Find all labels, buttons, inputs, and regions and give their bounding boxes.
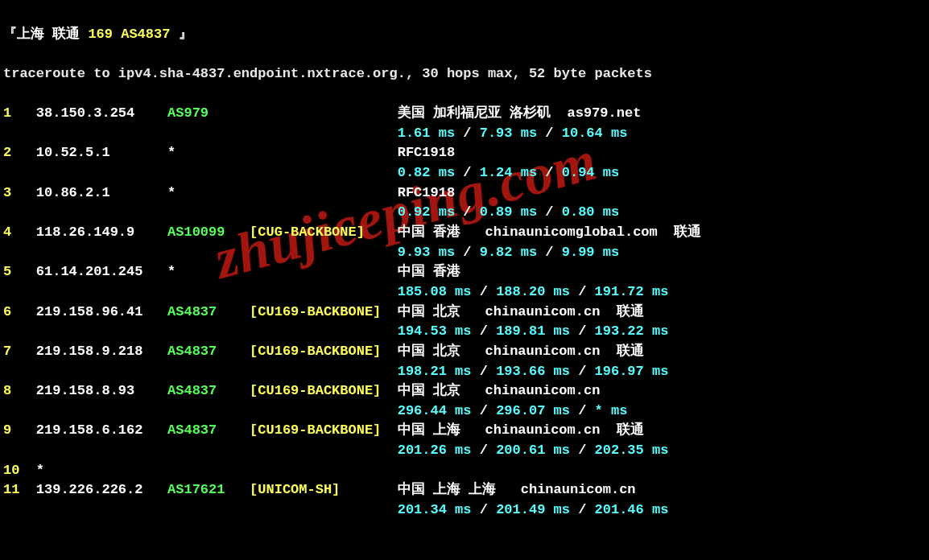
latency-3: 9.99 ms	[562, 245, 619, 260]
latency-3: 193.22 ms	[595, 323, 669, 339]
hops-container: 1 38.150.3.254 AS979 美国 加利福尼亚 洛杉矶 as979.…	[3, 104, 926, 520]
bracket-close: 』	[179, 27, 192, 42]
hop-location: 中国 北京 chinaunicom.cn 联通	[398, 344, 644, 359]
hop-location: 中国 香港	[398, 264, 460, 279]
intro-line: traceroute to ipv4.sha-4837.endpoint.nxt…	[3, 64, 926, 84]
latency-3: 191.72 ms	[595, 284, 669, 299]
hop-ip: 219.158.96.41	[36, 304, 167, 319]
hop-number: 5	[3, 264, 36, 279]
latency-sep: /	[570, 323, 595, 339]
latency-sep: /	[472, 284, 497, 299]
latency-2: 0.89 ms	[480, 204, 537, 220]
hop-line: 9 219.158.6.162 AS4837 [CU169-BACKBONE] …	[3, 421, 926, 441]
hop-number: 1	[3, 105, 36, 121]
latency-sep: /	[570, 284, 595, 299]
hop-ip: 219.158.6.162	[36, 422, 167, 438]
latency-sep: /	[455, 204, 480, 220]
latency-3: 202.35 ms	[595, 443, 669, 458]
latency-1: 0.92 ms	[398, 204, 455, 220]
hop-ip: 10.52.5.1	[36, 145, 167, 160]
hop-asn: *	[167, 185, 250, 200]
latency-2: 9.82 ms	[480, 245, 537, 260]
latency-2: 7.93 ms	[480, 126, 537, 141]
hop-number: 8	[3, 383, 36, 398]
hop-line: 7 219.158.9.218 AS4837 [CU169-BACKBONE] …	[3, 342, 926, 362]
hop-latency-line: 201.26 ms / 200.61 ms / 202.35 ms	[3, 441, 926, 461]
hop-number: 2	[3, 145, 36, 160]
hop-latency-line: 194.53 ms / 189.81 ms / 193.22 ms	[3, 322, 926, 342]
latency-sep: /	[472, 502, 497, 517]
hop-asn: AS17621	[167, 482, 250, 497]
latency-sep: /	[537, 204, 562, 220]
latency-sep: /	[570, 502, 595, 517]
hop-asn: *	[167, 145, 250, 160]
latency-2: 200.61 ms	[496, 443, 570, 458]
hop-ip: 118.26.149.9	[36, 224, 167, 240]
hop-backbone: [CU169-BACKBONE]	[250, 383, 398, 398]
latency-1: 185.08 ms	[398, 284, 472, 299]
hop-ip: 219.158.8.93	[36, 383, 167, 398]
latency-sep: /	[537, 126, 562, 141]
hop-latency-line: 296.44 ms / 296.07 ms / * ms	[3, 401, 926, 422]
latency-1: 198.21 ms	[398, 364, 472, 379]
hop-backbone: [CU169-BACKBONE]	[250, 304, 398, 319]
hop-number: 3	[3, 185, 36, 200]
hop-latency-line: 0.92 ms / 0.89 ms / 0.80 ms	[3, 203, 926, 223]
hop-location: 中国 香港 chinaunicomglobal.com 联通	[398, 224, 701, 240]
hop-line: 6 219.158.96.41 AS4837 [CU169-BACKBONE] …	[3, 303, 926, 323]
hop-line: 3 10.86.2.1 * RFC1918	[3, 183, 926, 204]
latency-2: 193.66 ms	[496, 364, 570, 379]
hop-ip: *	[36, 463, 167, 478]
latency-1: 9.93 ms	[398, 245, 455, 260]
latency-sep: /	[570, 364, 595, 379]
latency-1: 194.53 ms	[398, 323, 472, 339]
hop-location: 中国 上海 上海 chinaunicom.cn	[398, 482, 636, 497]
hop-line: 4 118.26.149.9 AS10099 [CUG-BACKBONE] 中国…	[3, 223, 926, 243]
hop-number: 6	[3, 304, 36, 319]
hop-line: 11 139.226.226.2 AS17621 [UNICOM-SH] 中国 …	[3, 480, 926, 500]
hop-location: RFC1918	[398, 145, 455, 160]
latency-sep: /	[570, 443, 595, 458]
latency-2: 296.07 ms	[496, 403, 570, 418]
hop-location: 中国 北京 chinaunicom.cn 联通	[398, 304, 644, 319]
hop-latency-line: 198.21 ms / 193.66 ms / 196.97 ms	[3, 362, 926, 382]
hop-number: 11	[3, 482, 36, 497]
hop-location: 中国 上海 chinaunicom.cn 联通	[398, 422, 644, 438]
latency-3: 196.97 ms	[595, 364, 669, 379]
hop-line: 2 10.52.5.1 * RFC1918	[3, 143, 926, 163]
hop-backbone: [CU169-BACKBONE]	[250, 344, 398, 359]
latency-sep: /	[570, 403, 595, 418]
hop-asn: AS4837	[167, 422, 250, 438]
hop-backbone: [CU169-BACKBONE]	[250, 422, 398, 438]
latency-1: 296.44 ms	[398, 403, 472, 418]
latency-sep: /	[472, 443, 497, 458]
latency-2: 188.20 ms	[496, 284, 570, 299]
hop-backbone: [UNICOM-SH]	[250, 482, 398, 497]
hop-ip: 38.150.3.254	[36, 105, 167, 121]
bracket-open: 『	[3, 27, 17, 42]
hop-latency-line: 1.61 ms / 7.93 ms / 10.64 ms	[3, 124, 926, 144]
hop-asn: AS4837	[167, 304, 250, 319]
hop-latency-line: 201.34 ms / 201.49 ms / 201.46 ms	[3, 500, 926, 521]
latency-sep: /	[472, 323, 497, 339]
latency-1: 0.82 ms	[398, 165, 455, 180]
latency-3: * ms	[595, 403, 628, 418]
hop-ip: 139.226.226.2	[36, 482, 167, 497]
hop-asn: AS4837	[167, 383, 250, 398]
latency-3: 10.64 ms	[562, 126, 628, 141]
latency-1: 1.61 ms	[398, 126, 455, 141]
hop-backbone: [CUG-BACKBONE]	[250, 224, 398, 240]
header-title-1: 上海 联通	[17, 27, 88, 42]
latency-3: 201.46 ms	[595, 502, 669, 517]
hop-ip: 10.86.2.1	[36, 185, 167, 200]
hop-number: 7	[3, 344, 36, 359]
header-title-2: 169 AS4837	[88, 27, 178, 42]
hop-number: 10	[3, 463, 36, 478]
latency-1: 201.26 ms	[398, 443, 472, 458]
hop-line: 10 *	[3, 461, 926, 481]
latency-3: 0.94 ms	[562, 165, 619, 180]
hop-asn: AS4837	[167, 344, 250, 359]
latency-2: 201.49 ms	[496, 502, 570, 517]
hop-asn: AS10099	[167, 224, 250, 240]
hop-latency-line: 9.93 ms / 9.82 ms / 9.99 ms	[3, 243, 926, 263]
